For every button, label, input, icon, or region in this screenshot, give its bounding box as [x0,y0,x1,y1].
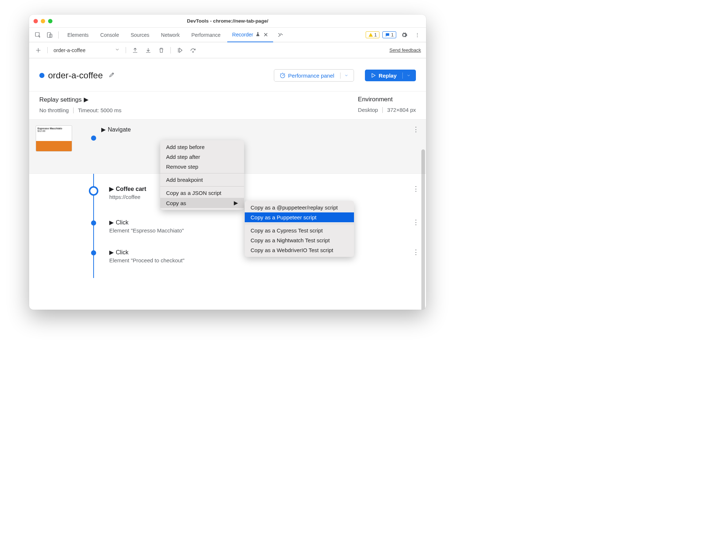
tab-network[interactable]: Network [156,28,185,42]
titlebar: DevTools - chrome://new-tab-page/ [29,15,426,28]
devtools-tabbar: Elements Console Sources Network Perform… [29,28,426,42]
step-body: ▶ Click Element "Espresso Macchiato" [109,218,184,234]
tab-recorder-label: Recorder [232,32,253,38]
menu-add-step-after[interactable]: Add step after [160,152,244,162]
timeline-node [91,220,96,226]
step-label: Coffee cart [116,186,146,192]
menu-copy-replay[interactable]: Copy as a @puppeteer/replay script [245,203,354,212]
step-label: Click [116,249,129,256]
send-feedback-link[interactable]: Send feedback [389,47,421,53]
more-tabs-icon[interactable] [275,30,285,40]
expand-icon[interactable]: ▶ [109,249,114,256]
menu-copy-json[interactable]: Copy as a JSON script [160,188,244,198]
timeline-node [91,136,96,141]
timeout-value: Timeout: 5000 ms [78,107,122,113]
chevron-right-icon: ▶ [84,96,88,103]
recording-header: order-a-coffee Performance panel Replay [29,58,426,91]
step-context-menu: Add step before Add step after Remove st… [160,140,244,210]
step-menu-icon[interactable]: ⋮ [413,248,419,256]
step-label: Navigate [108,126,131,133]
menu-copy-as-label: Copy as [166,200,186,206]
expand-icon[interactable]: ▶ [101,126,106,133]
tab-elements[interactable]: Elements [62,28,94,42]
close-tab-icon[interactable]: ✕ [263,31,268,38]
edit-title-icon[interactable] [109,71,115,79]
warnings-count: 1 [374,32,377,38]
replay-settings-label: Replay settings [39,96,82,103]
tab-recorder[interactable]: Recorder ✕ [227,28,274,42]
environment-settings: Environment Desktop 372×804 px [358,96,416,113]
settings-gear-icon[interactable] [399,30,409,40]
recording-select[interactable]: order-a-coffee [47,47,126,53]
issues-badge[interactable]: 1 [382,31,396,38]
svg-rect-1 [47,32,51,38]
menu-divider [160,186,244,187]
separator [382,107,383,113]
step-over-icon[interactable] [189,46,197,54]
environment-label: Environment [358,96,416,103]
delete-icon[interactable] [157,46,165,54]
device-toggle-icon[interactable] [44,30,55,40]
step-subtitle: Element "Proceed to checkout" [109,257,185,263]
scrollbar[interactable] [421,149,425,310]
replay-settings: Replay settings ▶ No throttling Timeout:… [39,96,121,113]
menu-divider [160,173,244,173]
svg-point-3 [193,51,193,52]
menu-remove-step[interactable]: Remove step [160,162,244,172]
menu-copy-nightwatch[interactable]: Copy as a Nightwatch Test script [245,235,354,245]
settings-row: Replay settings ▶ No throttling Timeout:… [29,91,426,119]
separator [58,31,59,39]
copy-as-submenu: Copy as a @puppeteer/replay script Copy … [245,201,354,257]
separator [73,107,74,113]
thumb-price: $12.00 [38,130,70,132]
chevron-down-icon[interactable] [402,73,411,79]
recording-name: order-a-coffee [54,47,86,53]
expand-icon[interactable]: ▶ [109,185,114,192]
menu-divider [245,224,354,224]
expand-icon[interactable]: ▶ [109,219,114,226]
chevron-down-icon [115,47,120,53]
tab-console[interactable]: Console [95,28,124,42]
step-menu-icon[interactable]: ⋮ [413,125,419,133]
flask-icon [255,32,260,38]
step-menu-icon[interactable]: ⋮ [413,185,419,193]
issues-count: 1 [391,32,394,38]
menu-add-breakpoint[interactable]: Add breakpoint [160,175,244,185]
warnings-badge[interactable]: 1 [366,31,379,38]
menu-add-step-before[interactable]: Add step before [160,142,244,152]
tab-performance[interactable]: Performance [186,28,225,42]
separator [170,47,171,54]
chevron-right-icon: ▶ [234,200,238,206]
step-thumbnail: Espresso Macchiato $12.00 [36,125,72,152]
performance-panel-label: Performance panel [288,73,334,79]
performance-panel-button[interactable]: Performance panel [274,69,354,82]
viewport-value: 372×804 px [387,107,416,113]
new-recording-icon[interactable] [34,46,42,54]
inspect-element-icon[interactable] [33,30,43,40]
tab-sources[interactable]: Sources [126,28,154,42]
step-subtitle: Element "Espresso Macchiato" [109,227,184,234]
replay-button-label: Replay [379,73,397,79]
menu-copy-as[interactable]: Copy as ▶ [160,198,244,208]
thumb-title: Espresso Macchiato [38,127,70,130]
replay-button[interactable]: Replay [365,70,416,81]
menu-copy-webdriverio[interactable]: Copy as a WebdriverIO Test script [245,245,354,255]
step-click-espresso[interactable]: ▶ Click Element "Espresso Macchiato" ⋮ [29,211,426,241]
more-menu-icon[interactable]: ⋮ [412,30,422,40]
step-body: ▶ Click Element "Proceed to checkout" [109,248,185,263]
devtools-window: DevTools - chrome://new-tab-page/ Elemen… [29,15,426,310]
window-title: DevTools - chrome://new-tab-page/ [29,18,426,24]
chevron-down-icon[interactable] [340,73,349,79]
device-value: Desktop [358,107,378,113]
step-click-checkout[interactable]: ▶ Click Element "Proceed to checkout" ⋮ [29,241,426,271]
timeline-node [91,250,96,255]
timeline-node [89,186,98,196]
import-icon[interactable] [144,46,152,54]
export-icon[interactable] [131,46,139,54]
step-menu-icon[interactable]: ⋮ [413,218,419,226]
replay-settings-toggle[interactable]: Replay settings ▶ [39,96,121,103]
menu-copy-cypress[interactable]: Copy as a Cypress Test script [245,226,354,235]
menu-copy-puppeteer[interactable]: Copy as a Puppeteer script [245,212,354,222]
step-play-icon[interactable] [176,46,184,54]
step-body: ▶ Coffee cart https://coffee [109,185,146,200]
